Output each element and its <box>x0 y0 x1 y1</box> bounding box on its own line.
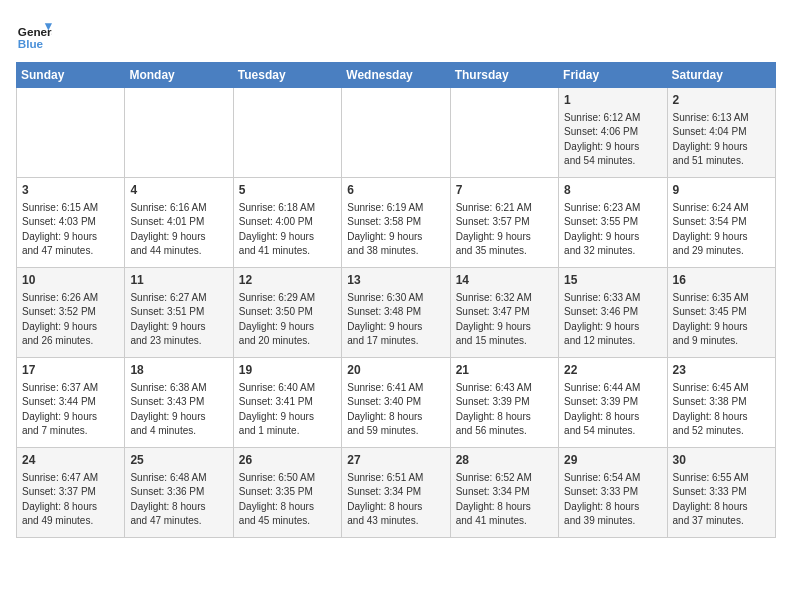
day-info: Sunrise: 6:45 AM Sunset: 3:38 PM Dayligh… <box>673 381 770 439</box>
col-header-thursday: Thursday <box>450 63 558 88</box>
day-info: Sunrise: 6:29 AM Sunset: 3:50 PM Dayligh… <box>239 291 336 349</box>
day-number: 22 <box>564 362 661 379</box>
day-number: 8 <box>564 182 661 199</box>
day-number: 25 <box>130 452 227 469</box>
day-info: Sunrise: 6:43 AM Sunset: 3:39 PM Dayligh… <box>456 381 553 439</box>
calendar-cell: 16Sunrise: 6:35 AM Sunset: 3:45 PM Dayli… <box>667 268 775 358</box>
calendar-cell: 2Sunrise: 6:13 AM Sunset: 4:04 PM Daylig… <box>667 88 775 178</box>
day-info: Sunrise: 6:26 AM Sunset: 3:52 PM Dayligh… <box>22 291 119 349</box>
calendar-cell: 7Sunrise: 6:21 AM Sunset: 3:57 PM Daylig… <box>450 178 558 268</box>
day-number: 23 <box>673 362 770 379</box>
calendar-cell: 9Sunrise: 6:24 AM Sunset: 3:54 PM Daylig… <box>667 178 775 268</box>
day-number: 27 <box>347 452 444 469</box>
day-info: Sunrise: 6:52 AM Sunset: 3:34 PM Dayligh… <box>456 471 553 529</box>
day-info: Sunrise: 6:13 AM Sunset: 4:04 PM Dayligh… <box>673 111 770 169</box>
day-info: Sunrise: 6:50 AM Sunset: 3:35 PM Dayligh… <box>239 471 336 529</box>
logo: General Blue <box>16 16 52 52</box>
day-info: Sunrise: 6:16 AM Sunset: 4:01 PM Dayligh… <box>130 201 227 259</box>
logo-icon: General Blue <box>16 16 52 52</box>
day-info: Sunrise: 6:51 AM Sunset: 3:34 PM Dayligh… <box>347 471 444 529</box>
calendar-cell: 23Sunrise: 6:45 AM Sunset: 3:38 PM Dayli… <box>667 358 775 448</box>
day-number: 29 <box>564 452 661 469</box>
day-info: Sunrise: 6:48 AM Sunset: 3:36 PM Dayligh… <box>130 471 227 529</box>
day-number: 1 <box>564 92 661 109</box>
day-info: Sunrise: 6:55 AM Sunset: 3:33 PM Dayligh… <box>673 471 770 529</box>
page-header: General Blue <box>16 16 776 52</box>
day-info: Sunrise: 6:24 AM Sunset: 3:54 PM Dayligh… <box>673 201 770 259</box>
day-number: 2 <box>673 92 770 109</box>
day-info: Sunrise: 6:47 AM Sunset: 3:37 PM Dayligh… <box>22 471 119 529</box>
day-info: Sunrise: 6:30 AM Sunset: 3:48 PM Dayligh… <box>347 291 444 349</box>
day-number: 28 <box>456 452 553 469</box>
calendar-cell <box>233 88 341 178</box>
calendar-table: SundayMondayTuesdayWednesdayThursdayFrid… <box>16 62 776 538</box>
calendar-cell: 5Sunrise: 6:18 AM Sunset: 4:00 PM Daylig… <box>233 178 341 268</box>
calendar-cell: 27Sunrise: 6:51 AM Sunset: 3:34 PM Dayli… <box>342 448 450 538</box>
day-info: Sunrise: 6:40 AM Sunset: 3:41 PM Dayligh… <box>239 381 336 439</box>
day-number: 20 <box>347 362 444 379</box>
calendar-cell: 15Sunrise: 6:33 AM Sunset: 3:46 PM Dayli… <box>559 268 667 358</box>
calendar-cell: 25Sunrise: 6:48 AM Sunset: 3:36 PM Dayli… <box>125 448 233 538</box>
day-number: 17 <box>22 362 119 379</box>
calendar-cell: 11Sunrise: 6:27 AM Sunset: 3:51 PM Dayli… <box>125 268 233 358</box>
day-info: Sunrise: 6:15 AM Sunset: 4:03 PM Dayligh… <box>22 201 119 259</box>
calendar-header-row: SundayMondayTuesdayWednesdayThursdayFrid… <box>17 63 776 88</box>
day-number: 13 <box>347 272 444 289</box>
calendar-cell: 21Sunrise: 6:43 AM Sunset: 3:39 PM Dayli… <box>450 358 558 448</box>
calendar-week-5: 24Sunrise: 6:47 AM Sunset: 3:37 PM Dayli… <box>17 448 776 538</box>
day-number: 5 <box>239 182 336 199</box>
svg-text:Blue: Blue <box>18 37 44 50</box>
col-header-friday: Friday <box>559 63 667 88</box>
col-header-monday: Monday <box>125 63 233 88</box>
calendar-cell: 8Sunrise: 6:23 AM Sunset: 3:55 PM Daylig… <box>559 178 667 268</box>
calendar-cell: 12Sunrise: 6:29 AM Sunset: 3:50 PM Dayli… <box>233 268 341 358</box>
day-info: Sunrise: 6:32 AM Sunset: 3:47 PM Dayligh… <box>456 291 553 349</box>
col-header-wednesday: Wednesday <box>342 63 450 88</box>
day-number: 10 <box>22 272 119 289</box>
day-info: Sunrise: 6:41 AM Sunset: 3:40 PM Dayligh… <box>347 381 444 439</box>
day-number: 18 <box>130 362 227 379</box>
col-header-saturday: Saturday <box>667 63 775 88</box>
calendar-cell: 6Sunrise: 6:19 AM Sunset: 3:58 PM Daylig… <box>342 178 450 268</box>
calendar-cell <box>17 88 125 178</box>
day-info: Sunrise: 6:33 AM Sunset: 3:46 PM Dayligh… <box>564 291 661 349</box>
calendar-cell: 24Sunrise: 6:47 AM Sunset: 3:37 PM Dayli… <box>17 448 125 538</box>
calendar-week-1: 1Sunrise: 6:12 AM Sunset: 4:06 PM Daylig… <box>17 88 776 178</box>
day-number: 4 <box>130 182 227 199</box>
calendar-cell <box>450 88 558 178</box>
day-info: Sunrise: 6:38 AM Sunset: 3:43 PM Dayligh… <box>130 381 227 439</box>
day-info: Sunrise: 6:12 AM Sunset: 4:06 PM Dayligh… <box>564 111 661 169</box>
calendar-cell: 29Sunrise: 6:54 AM Sunset: 3:33 PM Dayli… <box>559 448 667 538</box>
calendar-week-2: 3Sunrise: 6:15 AM Sunset: 4:03 PM Daylig… <box>17 178 776 268</box>
day-number: 16 <box>673 272 770 289</box>
day-number: 6 <box>347 182 444 199</box>
day-number: 21 <box>456 362 553 379</box>
calendar-cell: 19Sunrise: 6:40 AM Sunset: 3:41 PM Dayli… <box>233 358 341 448</box>
day-info: Sunrise: 6:27 AM Sunset: 3:51 PM Dayligh… <box>130 291 227 349</box>
day-info: Sunrise: 6:19 AM Sunset: 3:58 PM Dayligh… <box>347 201 444 259</box>
day-number: 15 <box>564 272 661 289</box>
calendar-cell: 17Sunrise: 6:37 AM Sunset: 3:44 PM Dayli… <box>17 358 125 448</box>
col-header-tuesday: Tuesday <box>233 63 341 88</box>
calendar-cell: 14Sunrise: 6:32 AM Sunset: 3:47 PM Dayli… <box>450 268 558 358</box>
calendar-cell: 22Sunrise: 6:44 AM Sunset: 3:39 PM Dayli… <box>559 358 667 448</box>
day-number: 14 <box>456 272 553 289</box>
day-info: Sunrise: 6:54 AM Sunset: 3:33 PM Dayligh… <box>564 471 661 529</box>
calendar-cell: 4Sunrise: 6:16 AM Sunset: 4:01 PM Daylig… <box>125 178 233 268</box>
calendar-cell: 20Sunrise: 6:41 AM Sunset: 3:40 PM Dayli… <box>342 358 450 448</box>
day-info: Sunrise: 6:18 AM Sunset: 4:00 PM Dayligh… <box>239 201 336 259</box>
calendar-cell <box>342 88 450 178</box>
day-number: 24 <box>22 452 119 469</box>
calendar-cell: 1Sunrise: 6:12 AM Sunset: 4:06 PM Daylig… <box>559 88 667 178</box>
calendar-cell: 18Sunrise: 6:38 AM Sunset: 3:43 PM Dayli… <box>125 358 233 448</box>
calendar-week-3: 10Sunrise: 6:26 AM Sunset: 3:52 PM Dayli… <box>17 268 776 358</box>
day-info: Sunrise: 6:35 AM Sunset: 3:45 PM Dayligh… <box>673 291 770 349</box>
day-info: Sunrise: 6:23 AM Sunset: 3:55 PM Dayligh… <box>564 201 661 259</box>
day-number: 7 <box>456 182 553 199</box>
day-number: 11 <box>130 272 227 289</box>
day-number: 12 <box>239 272 336 289</box>
calendar-cell: 26Sunrise: 6:50 AM Sunset: 3:35 PM Dayli… <box>233 448 341 538</box>
day-number: 9 <box>673 182 770 199</box>
day-number: 3 <box>22 182 119 199</box>
calendar-cell: 10Sunrise: 6:26 AM Sunset: 3:52 PM Dayli… <box>17 268 125 358</box>
